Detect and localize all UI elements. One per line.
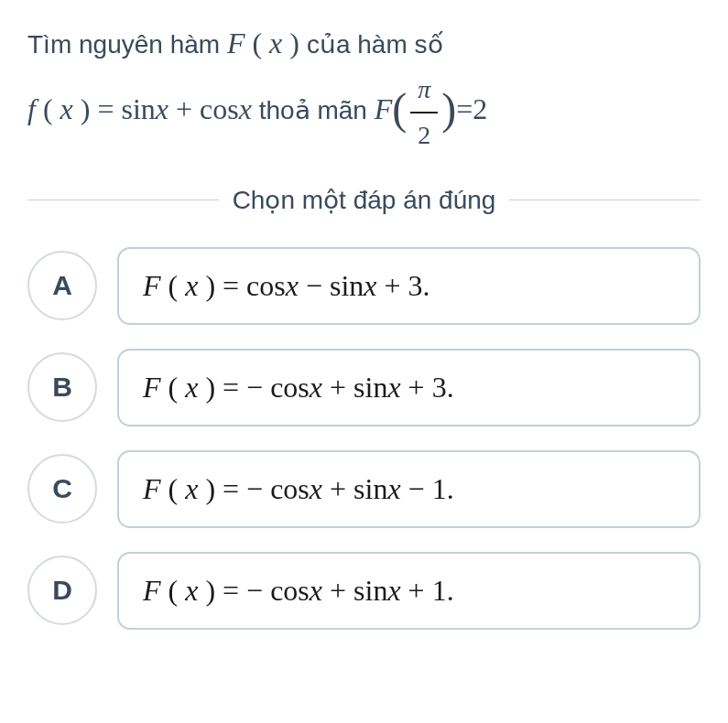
question-text: Tìm nguyên hàm F ( x ) của hàm số f ( x … <box>27 18 701 157</box>
option-d-letter[interactable]: D <box>27 556 97 625</box>
q-fraction: π2 <box>410 68 438 156</box>
option-d-content[interactable]: F ( x ) = − cosx + sinx + 1. <box>117 552 701 630</box>
q-prefix: Tìm nguyên hàm <box>27 30 227 59</box>
option-a-row: A F ( x ) = cosx − sinx + 3. <box>27 247 701 325</box>
q-val2: 2 <box>473 92 487 125</box>
q-F: F <box>227 27 245 59</box>
q-paren4: ) <box>73 92 98 125</box>
q-F2: F <box>375 92 393 125</box>
q-f: f <box>27 92 36 125</box>
q-bigparen2: ) <box>441 71 456 146</box>
option-c-row: C F ( x ) = − cosx + sinx − 1. <box>27 450 701 528</box>
instruction-text: Chọn một đáp án đúng <box>219 185 510 215</box>
question-line2: f ( x ) = sinx + cosx thoả mãn F ( π2 ) … <box>27 96 487 124</box>
q-x4: x <box>239 92 252 125</box>
option-a-content[interactable]: F ( x ) = cosx − sinx + 3. <box>117 247 701 325</box>
q-x2: x <box>60 92 73 125</box>
q-pi: π <box>410 68 438 113</box>
q-mid: thoả mãn <box>252 96 375 124</box>
option-b-row: B F ( x ) = − cosx + sinx + 3. <box>27 349 701 426</box>
q-plus: + <box>168 92 200 125</box>
option-a-letter[interactable]: A <box>27 251 97 320</box>
q-eq1: = <box>97 92 114 125</box>
q-sinx: sin <box>114 92 155 125</box>
option-c-letter[interactable]: C <box>27 454 97 523</box>
question-line1: Tìm nguyên hàm F ( x ) của hàm số <box>27 30 443 59</box>
option-d-row: D F ( x ) = − cosx + sinx + 1. <box>27 552 701 630</box>
instruction-row: Chọn một đáp án đúng <box>27 185 701 215</box>
q-two: 2 <box>410 113 438 157</box>
option-b-content[interactable]: F ( x ) = − cosx + sinx + 3. <box>117 349 701 426</box>
divider-left <box>27 200 219 200</box>
option-c-content[interactable]: F ( x ) = − cosx + sinx − 1. <box>117 450 701 528</box>
q-paren3: ( <box>36 92 60 125</box>
option-b-letter[interactable]: B <box>27 352 97 422</box>
q-suffix: của hàm số <box>307 30 443 59</box>
q-eq2: = <box>456 92 473 125</box>
q-x3: x <box>156 92 168 125</box>
q-paren1: ( <box>244 27 269 59</box>
q-cos: cos <box>200 92 239 125</box>
q-paren2: ) <box>282 27 307 59</box>
q-x1: x <box>269 27 282 59</box>
divider-right <box>509 200 701 200</box>
q-bigparen1: ( <box>392 71 407 146</box>
